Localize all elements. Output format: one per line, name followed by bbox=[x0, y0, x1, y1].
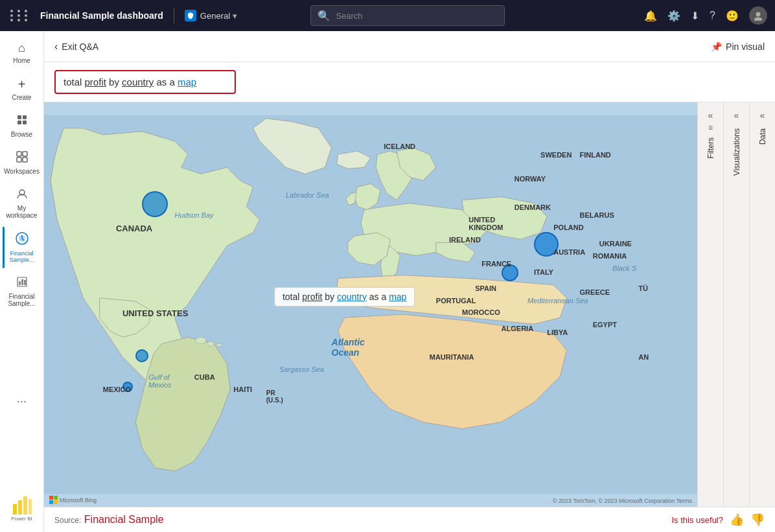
query-text-map: map bbox=[178, 76, 196, 87]
thumbs-down-button[interactable]: 👎 bbox=[750, 513, 765, 527]
query-text-profit: profit bbox=[85, 76, 106, 87]
svg-rect-3 bbox=[23, 115, 27, 119]
map-panel-area: ICELAND SWEDEN FINLAND NORWAY DENMARK UN… bbox=[44, 102, 775, 507]
exit-qna-button[interactable]: ‹ Exit Q&A bbox=[54, 41, 98, 52]
svg-rect-2 bbox=[17, 115, 21, 119]
query-section: total profit by country as a map bbox=[44, 62, 775, 102]
sidebar-item-label: Browse bbox=[11, 131, 32, 138]
query-text-by: by bbox=[106, 76, 122, 87]
query-input-box[interactable]: total profit by country as a map bbox=[54, 70, 236, 94]
map-copyright: © 2023 TomTom, © 2023 Microsoft Corporat… bbox=[553, 498, 692, 504]
visualizations-panel: « Visualizations bbox=[723, 102, 749, 507]
svg-rect-5 bbox=[23, 121, 27, 124]
search-box[interactable]: 🔍 bbox=[310, 5, 505, 26]
filters-panel: « ≡ Filters bbox=[697, 102, 723, 507]
left-sidebar: ⌂ Home + Create Browse Workspaces My wor… bbox=[0, 31, 44, 532]
exit-label: Exit Q&A bbox=[62, 41, 98, 52]
content-area: ‹ Exit Q&A 📌 Pin visual total profit by … bbox=[44, 31, 775, 532]
bottom-area: Source: Financial Sample Is this useful?… bbox=[44, 507, 775, 532]
bubble-mexico[interactable] bbox=[122, 382, 133, 392]
svg-rect-7 bbox=[23, 152, 27, 156]
sidebar-item-label: Workspaces bbox=[4, 168, 40, 175]
myworkspace-icon bbox=[16, 188, 28, 203]
svg-rect-6 bbox=[17, 152, 21, 156]
filters-panel-label: Filters bbox=[706, 132, 715, 164]
pin-visual-button[interactable]: 📌 Pin visual bbox=[711, 41, 765, 52]
bell-icon[interactable]: 🔔 bbox=[644, 10, 657, 22]
sidebar-item-financial1[interactable]: Financial Sample... bbox=[3, 227, 41, 268]
powerbi-brand-icon bbox=[12, 495, 32, 516]
data-panel: « Data bbox=[749, 102, 775, 507]
filters-collapse-icon[interactable]: « bbox=[706, 108, 716, 123]
viz-panel-label: Visualizations bbox=[732, 123, 741, 181]
svg-rect-14 bbox=[19, 281, 21, 285]
world-map-svg bbox=[44, 102, 697, 507]
bubble-germany[interactable] bbox=[534, 232, 559, 257]
nav-badge: General ▾ bbox=[185, 10, 237, 21]
sidebar-item-label: Home bbox=[13, 57, 30, 64]
right-panels: « ≡ Filters « Visualizations « Data bbox=[697, 102, 775, 507]
home-icon: ⌂ bbox=[18, 41, 25, 55]
nav-divider bbox=[174, 8, 174, 23]
thumbs-up-button[interactable]: 👍 bbox=[730, 513, 744, 527]
svg-rect-16 bbox=[24, 280, 26, 285]
sidebar-item-financial2[interactable]: Financial Sample... bbox=[3, 271, 41, 312]
download-icon[interactable]: ⬇ bbox=[691, 10, 699, 22]
pin-label: Pin visual bbox=[726, 41, 765, 52]
browse-icon bbox=[16, 114, 28, 129]
viz-collapse-icon[interactable]: « bbox=[732, 108, 742, 123]
sidebar-item-home[interactable]: ⌂ Home bbox=[3, 36, 41, 69]
bing-label: Microsoft Bing bbox=[60, 497, 97, 503]
bubble-usa[interactable] bbox=[135, 349, 148, 362]
svg-rect-4 bbox=[17, 121, 21, 124]
pin-icon: 📌 bbox=[711, 41, 722, 52]
bing-squares bbox=[49, 496, 58, 504]
data-panel-label: Data bbox=[758, 123, 767, 150]
sidebar-item-myworkspace[interactable]: My workspace bbox=[3, 183, 41, 224]
query-text-country: country bbox=[122, 76, 154, 87]
svg-point-1 bbox=[754, 17, 762, 21]
dashboard-title: Financial Sample dashboard bbox=[40, 10, 163, 21]
avatar[interactable] bbox=[749, 6, 767, 25]
workspace-label[interactable]: General ▾ bbox=[200, 11, 237, 21]
more-button[interactable]: ··· bbox=[12, 389, 32, 413]
feedback-icon[interactable]: 🙂 bbox=[726, 10, 739, 22]
svg-rect-19 bbox=[23, 496, 27, 515]
back-icon: ‹ bbox=[54, 41, 58, 52]
filter-lines-icon: ≡ bbox=[708, 123, 713, 132]
workspaces-icon bbox=[16, 151, 28, 166]
main-layout: ⌂ Home + Create Browse Workspaces My wor… bbox=[0, 31, 775, 532]
svg-point-23 bbox=[207, 341, 214, 345]
map-container[interactable]: ICELAND SWEDEN FINLAND NORWAY DENMARK UN… bbox=[44, 102, 697, 507]
svg-rect-9 bbox=[23, 157, 27, 162]
top-navigation: Financial Sample dashboard General ▾ 🔍 🔔… bbox=[0, 0, 775, 31]
bubble-france[interactable] bbox=[502, 264, 518, 281]
search-input[interactable] bbox=[336, 11, 498, 21]
source-link[interactable]: Financial Sample bbox=[84, 514, 164, 525]
nav-icons: 🔔 ⚙️ ⬇ ? 🙂 bbox=[644, 6, 767, 25]
help-icon[interactable]: ? bbox=[710, 10, 715, 21]
svg-point-22 bbox=[196, 337, 206, 343]
data-collapse-icon[interactable]: « bbox=[758, 108, 768, 123]
query-text-total: total bbox=[64, 76, 85, 87]
search-icon: 🔍 bbox=[318, 10, 330, 22]
sidebar-item-label: Financial Sample... bbox=[5, 250, 39, 263]
apps-icon[interactable] bbox=[8, 7, 32, 24]
create-icon: + bbox=[18, 77, 26, 92]
sidebar-item-label: Create bbox=[12, 94, 31, 101]
useful-label: Is this useful? bbox=[672, 515, 724, 525]
powerbi-logo: Power BI bbox=[6, 490, 37, 527]
sidebar-item-workspaces[interactable]: Workspaces bbox=[3, 146, 41, 180]
sidebar-item-browse[interactable]: Browse bbox=[3, 109, 41, 143]
chevron-down-icon: ▾ bbox=[233, 11, 237, 21]
query-text-as-a: as a bbox=[154, 76, 178, 87]
sidebar-item-create[interactable]: + Create bbox=[3, 72, 41, 106]
sidebar-item-label: My workspace bbox=[5, 205, 39, 219]
gear-icon[interactable]: ⚙️ bbox=[667, 10, 680, 22]
sidebar-item-label: Financial Sample... bbox=[5, 293, 39, 307]
svg-rect-8 bbox=[17, 157, 21, 162]
powerbi-label: Power BI bbox=[11, 516, 32, 522]
svg-point-24 bbox=[216, 343, 222, 346]
svg-point-0 bbox=[756, 12, 760, 17]
useful-section: Is this useful? 👍 👎 bbox=[672, 513, 765, 527]
